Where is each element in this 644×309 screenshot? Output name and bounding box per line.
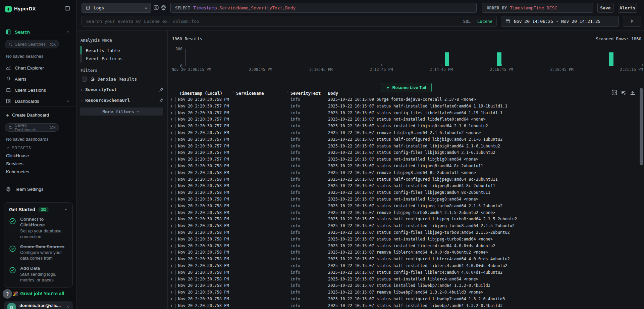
expand-chevron-icon[interactable]: ❯ [170, 224, 172, 227]
expand-chevron-icon[interactable]: ❯ [170, 164, 172, 168]
expand-chevron-icon[interactable]: ❯ [170, 157, 172, 161]
query-language-toggle[interactable]: SQL|Lucene [463, 19, 492, 24]
get-started-item[interactable]: Connect to ClickHouseSet up your databas… [9, 217, 68, 240]
table-row[interactable]: ❯Nov 20 2:20:30.758 PMinfo2025-10-22 10:… [168, 303, 640, 309]
col-timestamp[interactable]: Timestamp (Local) [179, 91, 222, 96]
chevron-up-icon[interactable] [66, 30, 70, 34]
expand-chevron-icon[interactable]: ❯ [170, 237, 172, 241]
source-selector[interactable]: Logs [82, 3, 151, 13]
expand-chevron-icon[interactable]: ❯ [170, 197, 172, 201]
expand-chevron-icon[interactable]: ❯ [170, 177, 172, 181]
sidebar-item-client-sessions[interactable]: Client Sessions [0, 85, 77, 95]
table-row[interactable]: ❯Nov 20 2:20:30.757 PMinfo2025-10-22 10:… [168, 156, 640, 163]
expand-chevron-icon[interactable]: ❯ [170, 217, 172, 221]
time-range-picker[interactable]: Nov 20 14:06:25 - Nov 20 14:21:25 [501, 16, 619, 27]
expand-chevron-icon[interactable]: ❯ [170, 277, 172, 281]
table-row[interactable]: ❯Nov 20 2:20:30.757 PMinfo2025-10-22 10:… [168, 136, 640, 143]
denoise-checkbox[interactable] [82, 77, 87, 82]
expand-chevron-icon[interactable]: ❯ [170, 264, 172, 267]
expand-chevron-icon[interactable]: ❯ [170, 144, 172, 148]
sidebar-collapse-icon[interactable] [65, 6, 70, 11]
table-row[interactable]: ❯Nov 20 2:20:30.758 PMinfo2025-10-22 10:… [168, 163, 640, 170]
user-menu[interactable]: D dominic.tran@clic... dominic.tran@clic… [4, 301, 73, 309]
expand-chevron-icon[interactable]: ❯ [170, 131, 172, 134]
alerts-button[interactable]: Alerts [618, 3, 637, 13]
expand-chevron-icon[interactable]: ❯ [170, 97, 172, 101]
expand-chevron-icon[interactable]: ❯ [170, 211, 172, 214]
sidebar-item-alerts[interactable]: Alerts [0, 74, 77, 84]
mode-event-patterns[interactable]: Event Patterns [86, 56, 123, 61]
col-body[interactable]: Body [328, 91, 338, 96]
expand-chevron-icon[interactable]: ❯ [170, 297, 172, 301]
col-servicename[interactable]: ServiceName [236, 91, 264, 96]
list-options-icon[interactable] [621, 90, 626, 95]
sidebar-item-dashboards[interactable]: Dashboards [0, 96, 77, 106]
preset-kubernetes[interactable]: Kubernetes [6, 169, 29, 174]
table-row[interactable]: ❯Nov 20 2:20:30.758 PMinfo2025-10-22 10:… [168, 96, 640, 103]
table-row[interactable]: ❯Nov 20 2:20:30.758 PMinfo2025-10-22 10:… [168, 276, 640, 283]
expand-chevron-icon[interactable]: ❯ [170, 290, 172, 294]
histogram-bar[interactable] [497, 52, 501, 66]
table-row[interactable]: ❯Nov 20 2:20:30.758 PMinfo2025-10-22 10:… [168, 203, 640, 210]
table-row[interactable]: ❯Nov 20 2:20:30.758 PMinfo2025-10-22 10:… [168, 249, 640, 256]
expand-chevron-icon[interactable]: ❯ [170, 171, 172, 174]
table-row[interactable]: ❯Nov 20 2:20:30.758 PMinfo2025-10-22 10:… [168, 176, 640, 183]
table-row[interactable]: ❯Nov 20 2:20:30.757 PMinfo2025-10-22 10:… [168, 123, 640, 130]
chevron-up-icon[interactable] [64, 208, 68, 212]
expand-chevron-icon[interactable]: ❯ [170, 244, 172, 248]
help-button[interactable]: ? [3, 289, 12, 299]
expand-chevron-icon[interactable]: ❯ [170, 124, 172, 128]
table-row[interactable]: ❯Nov 20 2:20:30.758 PMinfo2025-10-22 10:… [168, 183, 640, 189]
preset-services[interactable]: Services [6, 161, 23, 166]
filter-group-severitytext[interactable]: › SeverityText [80, 87, 164, 92]
run-query-button[interactable] [623, 16, 641, 27]
saved-searches-input[interactable]: Saved Searches ⌘K [5, 40, 59, 48]
sidebar-item-search[interactable]: Search [0, 27, 77, 37]
pin-icon[interactable] [159, 87, 164, 92]
lucene-search-input[interactable]: Search your events w/ Lucene ex. column:… [82, 16, 497, 27]
select-clause-input[interactable]: SELECT Timestamp,ServiceName,SeverityTex… [170, 3, 477, 13]
mode-results-table[interactable]: Results Table [86, 48, 120, 53]
sidebar-item-team-settings[interactable]: Team Settings [0, 184, 77, 194]
code-box-icon[interactable] [611, 90, 617, 95]
table-row[interactable]: ❯Nov 20 2:20:30.757 PMinfo2025-10-22 10:… [168, 143, 640, 150]
table-row[interactable]: ❯Nov 20 2:20:30.758 PMinfo2025-10-22 10:… [168, 269, 640, 276]
presets-toggle[interactable]: PRESETS [6, 146, 31, 150]
table-row[interactable]: ❯Nov 20 2:20:30.757 PMinfo2025-10-22 10:… [168, 110, 640, 117]
histogram-bar[interactable] [609, 52, 613, 66]
col-severitytext[interactable]: SeverityText [290, 91, 321, 96]
table-row[interactable]: ❯Nov 20 2:20:30.758 PMinfo2025-10-22 10:… [168, 170, 640, 176]
expand-chevron-icon[interactable]: ❯ [170, 270, 172, 274]
table-row[interactable]: ❯Nov 20 2:20:30.758 PMinfo2025-10-22 10:… [168, 210, 640, 216]
download-icon[interactable] [630, 90, 635, 95]
get-started-item[interactable]: Create Data SourcesConfigure where your … [9, 244, 68, 262]
get-started-item[interactable]: Add DataStart sending logs, metrics, or … [9, 266, 68, 283]
table-row[interactable]: ❯Nov 20 2:20:30.757 PMinfo2025-10-22 10:… [168, 103, 640, 110]
expand-chevron-icon[interactable]: ❯ [170, 117, 172, 121]
expand-chevron-icon[interactable]: ❯ [170, 137, 172, 141]
sql-toggle[interactable]: SQL [463, 19, 471, 24]
events-histogram[interactable] [185, 49, 642, 66]
table-row[interactable]: ❯Nov 20 2:20:30.757 PMinfo2025-10-22 10:… [168, 149, 640, 156]
filter-group-resourceschemaurl[interactable]: › ResourceSchemaUrl [80, 98, 164, 103]
preset-clickhouse[interactable]: ClickHouse [6, 153, 29, 158]
expand-chevron-icon[interactable]: ❯ [170, 150, 172, 154]
table-row[interactable]: ❯Nov 20 2:20:30.758 PMinfo2025-10-22 10:… [168, 263, 640, 269]
saved-dashboards-input[interactable]: Saved Dashboards ⌘K [5, 123, 59, 132]
table-row[interactable]: ❯Nov 20 2:20:30.758 PMinfo2025-10-22 10:… [168, 196, 640, 203]
table-row[interactable]: ❯Nov 20 2:20:30.758 PMinfo2025-10-22 10:… [168, 229, 640, 236]
create-dashboard-button[interactable]: + Create Dashboard [0, 111, 77, 119]
expand-chevron-icon[interactable]: ❯ [170, 111, 172, 115]
table-row[interactable]: ❯Nov 20 2:20:30.758 PMinfo2025-10-22 10:… [168, 223, 640, 229]
table-row[interactable]: ❯Nov 20 2:20:30.758 PMinfo2025-10-22 10:… [168, 282, 640, 289]
histogram-bar[interactable] [445, 52, 449, 66]
order-by-input[interactable]: ORDER BY TimestampTime DESC [482, 3, 593, 13]
table-row[interactable]: ❯Nov 20 2:20:30.758 PMinfo2025-10-22 10:… [168, 296, 640, 303]
expand-chevron-icon[interactable]: ❯ [170, 257, 172, 261]
sidebar-item-chart-explorer[interactable]: Chart Explorer [0, 63, 77, 73]
table-row[interactable]: ❯Nov 20 2:20:30.758 PMinfo2025-10-22 10:… [168, 289, 640, 296]
more-filters-button[interactable]: More filters [80, 107, 163, 116]
table-row[interactable]: ❯Nov 20 2:20:30.758 PMinfo2025-10-22 10:… [168, 236, 640, 243]
focus-icon[interactable] [153, 5, 159, 11]
denoise-results-toggle[interactable]: Denoise Results [82, 77, 137, 82]
